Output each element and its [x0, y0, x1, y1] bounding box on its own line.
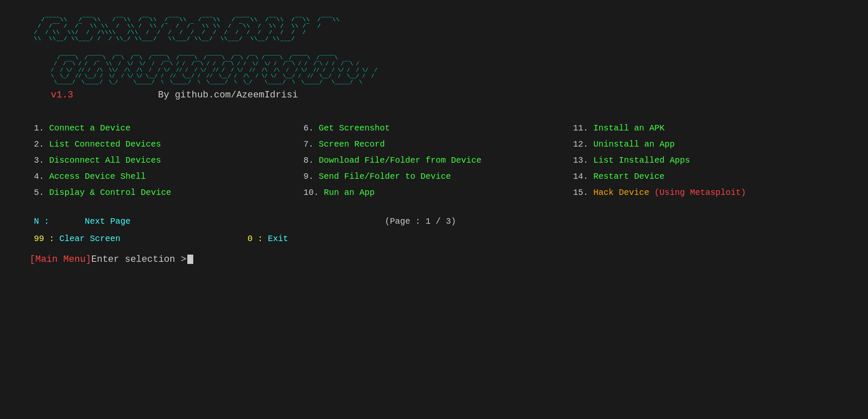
logo-line-4: \\ \\__/ \\___/ / / \\_/ \\___/ \\___/ \… [34, 36, 843, 42]
menu-item-3[interactable]: 3. Disconnect All Devices [34, 154, 303, 167]
menu-item-9[interactable]: 9. Send File/Folder to Device [303, 170, 573, 183]
exit-label[interactable]: Exit [268, 234, 288, 244]
menu-item-15[interactable]: 15. Hack Device (Using Metasploit) [573, 186, 843, 200]
version-row: v1.3 By github.com/AzeemIdrisi [25, 90, 843, 100]
ascii-art-logo: /¯¯¯¯¯\ /¯¯¯¯¯\ /¯¯\ /¯¯\ /¯¯¯¯¯\ /¯¯¯¯¯… [25, 55, 843, 86]
clear-key[interactable]: 99 : [34, 234, 59, 244]
logo-line-1: /¯¯¯¯\\ /¯¯¯\\ /¯¯\\ /¯¯\\ /¯¯¯\\ /¯¯¯\\… [34, 17, 843, 23]
logo-line-2: / /¯¯ / /¯ \\ \\ / \\ / \\ /¯ / /¯ \\ \\… [34, 23, 843, 30]
menu-item-7[interactable]: 7. Screen Record [303, 138, 573, 151]
next-page-row: N : Next Page (Page : 1 / 3) [34, 216, 843, 226]
version-label: v1.3 [51, 90, 73, 100]
clear-screen-group: 99 : Clear Screen [34, 234, 120, 244]
menu-item-10[interactable]: 10. Run an App [303, 186, 573, 200]
exit-group: 0 : Exit [248, 234, 288, 244]
menu-item-5[interactable]: 5. Display & Control Device [34, 186, 303, 200]
menu-item-13[interactable]: 13. List Installed Apps [573, 154, 843, 167]
menu-item-1[interactable]: 1. Connect a Device [34, 122, 303, 135]
cursor [187, 255, 193, 264]
menu-item-14[interactable]: 14. Restart Device [573, 170, 843, 183]
exit-key[interactable]: 0 : [248, 234, 268, 244]
prompt-tag: [Main Menu] [30, 254, 91, 265]
menu-container: 1. Connect a Device 2. List Connected De… [25, 122, 843, 200]
menu-item-2[interactable]: 2. List Connected Devices [34, 138, 303, 151]
menu-item-12[interactable]: 12. Uninstall an App [573, 138, 843, 151]
menu-column-1: 1. Connect a Device 2. List Connected De… [34, 122, 303, 200]
next-label[interactable]: Next Page [85, 216, 131, 226]
logo-line-3: / / \\ \\/ / /\\\\ /\\ / / / / / / / / /… [34, 30, 843, 36]
menu-item-4[interactable]: 4. Access Device Shell [34, 170, 303, 183]
prompt-text: Enter selection > [91, 254, 186, 265]
page-info: (Page : 1 / 3) [385, 216, 456, 226]
app-logo: /¯¯¯¯\\ /¯¯¯\\ /¯¯\\ /¯¯\\ /¯¯¯\\ /¯¯¯\\… [25, 17, 843, 42]
menu-item-6[interactable]: 6. Get Screenshot [303, 122, 573, 135]
menu-item-8[interactable]: 8. Download File/Folder from Device [303, 154, 573, 167]
menu-column-2: 6. Get Screenshot 7. Screen Record 8. Do… [303, 122, 573, 200]
clear-label[interactable]: Clear Screen [59, 234, 120, 244]
menu-item-11[interactable]: 11. Install an APK [573, 122, 843, 135]
prompt-row: [Main Menu] Enter selection > [25, 254, 843, 265]
author-label: By github.com/AzeemIdrisi [158, 90, 298, 100]
bottom-nav-row: 99 : Clear Screen 0 : Exit [34, 234, 843, 244]
nav-section: N : Next Page (Page : 1 / 3) 99 : Clear … [25, 216, 843, 244]
next-key[interactable]: N : [34, 216, 85, 226]
menu-column-3: 11. Install an APK 12. Uninstall an App … [573, 122, 843, 200]
